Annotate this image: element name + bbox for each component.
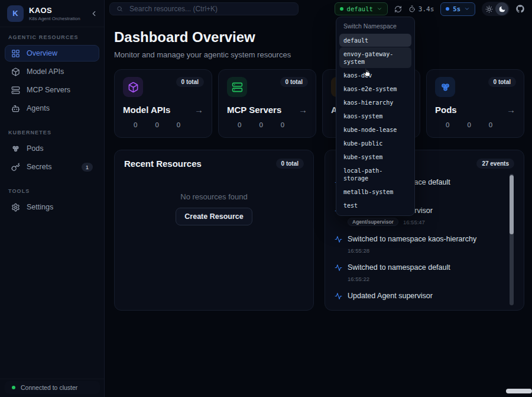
- namespace-selector-button[interactable]: default: [335, 2, 388, 15]
- sidebar-item-secrets[interactable]: Secrets 1: [5, 159, 99, 175]
- clock-icon: [248, 121, 255, 128]
- box-icon: [128, 82, 139, 93]
- alert-circle-icon: [166, 121, 173, 128]
- activity-item: Switched to namespace default 16:55:22: [335, 263, 514, 282]
- main-content: Dashboard Overview Monitor and manage yo…: [105, 18, 532, 397]
- nav-section-label: KUBERNETES: [8, 130, 96, 135]
- pending-count: 0: [155, 121, 158, 128]
- namespace-option-kube-node-lease[interactable]: kube-node-lease: [339, 123, 411, 136]
- sidebar-item-label: Agents: [27, 104, 50, 112]
- sidebar-nav: AGENTIC RESOURCES Overview Model APIs MC…: [0, 27, 104, 222]
- refresh-interval-label: 5s: [453, 5, 460, 12]
- page-title: Dashboard Overview: [114, 28, 524, 46]
- refresh-duration-text: 3.4s: [419, 5, 434, 13]
- github-icon[interactable]: [516, 5, 524, 13]
- app-subtitle: K8s Agent Orchestration: [29, 16, 80, 21]
- box-icon: [11, 67, 20, 76]
- nav-section: AGENTIC RESOURCES Overview Model APIs MC…: [5, 34, 99, 117]
- activity-item: Updated Agent supervisor: [335, 292, 514, 305]
- namespace-dropdown: Switch Namespace defaultenvoy-gateway-sy…: [336, 17, 415, 216]
- alert-circle-icon: [478, 121, 485, 128]
- ready-count: 0: [238, 121, 241, 128]
- stat-card-mcp-servers[interactable]: 0 total MCP Servers → 0 0 0: [218, 69, 316, 138]
- activity-scrollbar-thumb[interactable]: [510, 175, 514, 234]
- nav-section: TOOLS Settings: [5, 188, 99, 215]
- namespace-option-envoy-gateway-system[interactable]: envoy-gateway-system: [339, 47, 411, 68]
- refresh-icon[interactable]: [394, 5, 402, 13]
- sidebar-item-pods[interactable]: Pods: [5, 140, 99, 157]
- namespace-option-kube-system[interactable]: kube-system: [339, 150, 411, 163]
- namespace-option-kaos-dev[interactable]: kaos-dev: [339, 69, 411, 82]
- namespace-options-list: defaultenvoy-gateway-systemkaos-devkaos-…: [339, 34, 411, 212]
- pods-icon: [440, 82, 451, 93]
- refresh-duration: 3.4s: [408, 5, 434, 13]
- check-circle-icon: [123, 121, 130, 128]
- light-theme-button[interactable]: [483, 3, 495, 15]
- sidebar-item-settings[interactable]: Settings: [5, 199, 99, 215]
- bot-icon: [11, 104, 20, 113]
- activity-time: 16:55:28: [348, 247, 369, 254]
- grid-icon: [11, 49, 20, 58]
- sidebar: K KAOS K8s Agent Orchestration AGENTIC R…: [0, 0, 105, 397]
- connection-status-text: Connected to cluster: [21, 384, 77, 391]
- empty-state: No resources found Create Resource: [124, 192, 304, 225]
- stat-card-title: MCP Servers: [227, 105, 281, 115]
- count-badge: 1: [82, 163, 93, 172]
- sidebar-footer: Connected to cluster: [0, 379, 104, 397]
- ready-count: 0: [446, 121, 449, 128]
- total-badge: 0 total: [280, 77, 308, 87]
- stat-card-pods[interactable]: 0 total Pods → 0 0 0: [426, 69, 524, 138]
- pending-count: 0: [467, 121, 471, 128]
- sidebar-item-model-apis[interactable]: Model APIs: [5, 63, 99, 80]
- namespace-option-kaos-system[interactable]: kaos-system: [339, 109, 411, 122]
- activity-pulse-icon: [335, 292, 342, 300]
- error-count: 0: [177, 121, 180, 128]
- activity-title: Updated Agent supervisor: [348, 292, 433, 301]
- sidebar-item-overview[interactable]: Overview: [5, 45, 99, 62]
- activity-resource-badge: Agent/supervisor: [348, 218, 398, 226]
- namespace-option-local-path-storage[interactable]: local-path-storage: [339, 164, 411, 185]
- arrow-right-icon: →: [507, 105, 515, 115]
- recent-resources-title: Recent Resources: [124, 159, 202, 169]
- interval-dot-icon: [446, 7, 449, 11]
- stat-card-title: Pods: [435, 105, 457, 115]
- nav-section: KUBERNETES Pods Secrets 1: [5, 130, 99, 175]
- sidebar-item-label: Settings: [27, 203, 53, 211]
- activity-time: 16:55:47: [403, 219, 425, 225]
- error-count: 0: [281, 121, 284, 128]
- namespace-option-default[interactable]: default: [339, 34, 411, 47]
- sidebar-item-agents[interactable]: Agents: [5, 100, 99, 117]
- horizontal-scrollbar[interactable]: [506, 389, 532, 393]
- create-resource-button[interactable]: Create Resource: [176, 208, 252, 225]
- sidebar-item-label: Overview: [27, 49, 57, 57]
- pending-count: 0: [259, 121, 262, 128]
- alert-circle-icon: [270, 121, 277, 128]
- namespace-selector-label: default: [347, 5, 373, 12]
- sidebar-item-label: Model APIs: [27, 67, 64, 76]
- search-icon: [116, 5, 123, 12]
- pods-icon: [11, 144, 20, 153]
- namespace-option-kube-public[interactable]: kube-public: [339, 137, 411, 150]
- namespace-option-kaos-e2e-system[interactable]: kaos-e2e-system: [339, 82, 411, 95]
- collapse-sidebar-icon[interactable]: [90, 9, 98, 18]
- total-badge: 0 total: [276, 159, 304, 169]
- namespace-option-metallb-system[interactable]: metallb-system: [339, 185, 411, 198]
- namespace-option-kaos-hierarchy[interactable]: kaos-hierarchy: [339, 96, 411, 109]
- stat-card-model-apis[interactable]: 0 total Model APIs → 0 0 0: [114, 69, 212, 138]
- app-name: KAOS: [29, 6, 80, 15]
- namespace-option-test[interactable]: test: [339, 199, 411, 212]
- key-icon: [11, 163, 20, 172]
- namespace-dot-icon: [340, 7, 343, 11]
- search-box[interactable]: [109, 2, 299, 15]
- arrow-right-icon: →: [299, 105, 307, 115]
- bottom-row: Recent Resources 0 total No resources fo…: [114, 150, 524, 311]
- sidebar-item-label: Secrets: [27, 163, 51, 171]
- moon-icon: [498, 5, 506, 13]
- chevron-down-icon: [377, 6, 382, 12]
- chevron-down-icon: [464, 6, 470, 12]
- dark-theme-button[interactable]: [495, 2, 508, 15]
- refresh-interval-button[interactable]: 5s: [440, 2, 475, 16]
- search-input[interactable]: [128, 4, 291, 14]
- stat-cards-row: 0 total Model APIs → 0 0 0 0 total MCP S…: [114, 69, 524, 138]
- sidebar-item-mcp-servers[interactable]: MCP Servers: [5, 82, 99, 98]
